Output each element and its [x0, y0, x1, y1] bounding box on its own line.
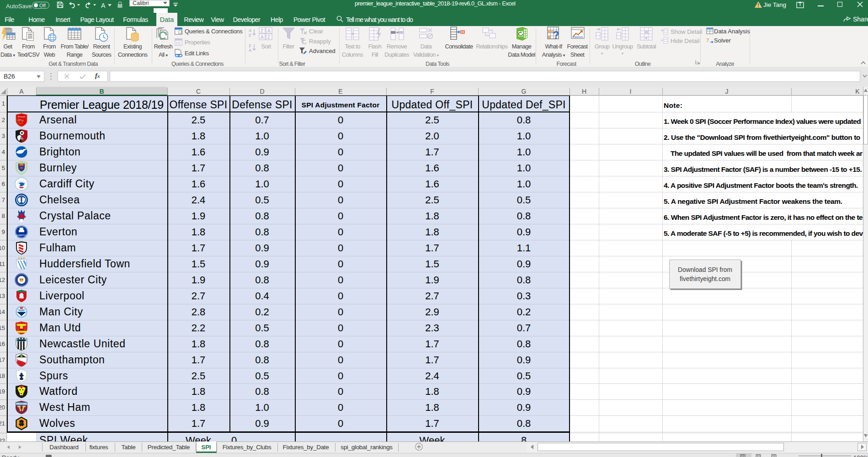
svg-text:A: A — [249, 48, 252, 52]
svg-text:Z: Z — [261, 28, 264, 33]
svg-text:?: ? — [706, 37, 709, 43]
svg-text:★★★: ★★★ — [18, 257, 25, 260]
svg-text:A: A — [249, 28, 252, 33]
svg-text:Z: Z — [267, 34, 271, 40]
svg-text:Z: Z — [249, 33, 251, 37]
svg-text:Z: Z — [249, 43, 251, 48]
svg-text:WEST HAM: WEST HAM — [16, 403, 27, 405]
svg-text:?: ? — [553, 29, 559, 41]
svg-text:Arsenal: Arsenal — [17, 115, 26, 118]
svg-text:A: A — [267, 28, 271, 33]
svg-text:+: + — [661, 28, 663, 33]
svg-text:A: A — [261, 34, 264, 40]
svg-text:+: + — [645, 36, 648, 41]
svg-text:EVERTON: EVERTON — [16, 234, 27, 237]
